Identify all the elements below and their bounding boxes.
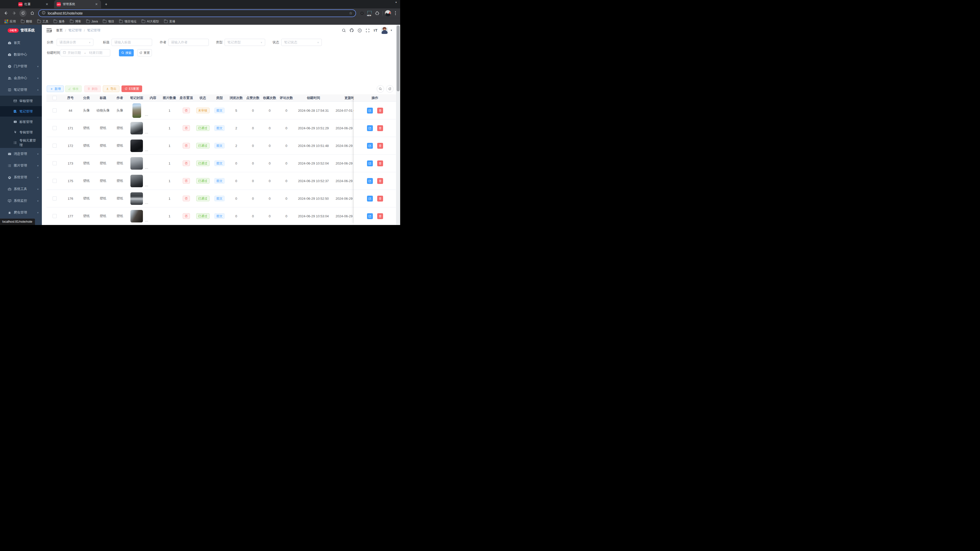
bookmark-item[interactable]: 项目 [101,19,116,24]
row-checkbox[interactable] [52,161,57,165]
bookmark-item[interactable]: 服务 [52,19,67,24]
sidebar-subitem[interactable]: 标签管理 [0,117,42,127]
note-cover-image[interactable] [130,122,143,135]
sidebar-subitem[interactable]: 审核管理 [0,96,42,106]
bookmark-item[interactable]: Java [84,19,100,24]
reload-icon[interactable] [19,10,27,17]
sidebar-item[interactable]: 系统监控∨ [0,195,42,206]
new-tab-button[interactable]: + [103,2,109,7]
window-chevron-icon[interactable]: ▾ [394,0,398,4]
row-checkbox[interactable] [52,197,57,200]
note-cover-image[interactable] [130,140,143,152]
sidebar-item[interactable]: 门户管理∨ [0,60,42,72]
row-delete-button[interactable] [377,196,383,202]
back-icon[interactable] [3,10,9,16]
title-input[interactable]: 请输入标题 [111,39,152,46]
bookmark-star-icon[interactable]: ☆ [349,11,352,16]
browser-menu-icon[interactable] [393,10,398,16]
delete-button[interactable]: 删除 [84,86,101,92]
new-extension-icon[interactable]: NEW [366,10,373,17]
bookmark-item[interactable]: 直播 [162,19,177,24]
search-icon[interactable] [342,28,346,33]
row-delete-button[interactable] [377,108,383,114]
row-edit-button[interactable] [367,143,373,149]
note-cover-image[interactable] [132,103,141,118]
sidebar-item[interactable]: 数据中心 [0,49,42,60]
sidebar-subitem[interactable]: 专辑管理 [0,127,42,138]
sidebar-item[interactable]: 笔记管理∧ [0,84,42,96]
bookmark-item[interactable]: 项目地址 [117,19,138,24]
note-cover-image[interactable] [130,157,143,170]
github-icon[interactable] [349,28,354,33]
bookmark-item[interactable]: 翻墙 [19,19,34,24]
bookmark-item[interactable]: AI大模型 [140,19,161,24]
sidebar-item[interactable]: 首页 [0,37,42,49]
browser-profile-avatar[interactable] [385,10,391,16]
sidebar-item[interactable]: 会员中心∨ [0,72,42,84]
row-edit-button[interactable] [367,160,373,166]
row-edit-button[interactable] [367,125,373,131]
tab-close-icon[interactable]: ✕ [94,2,99,6]
user-caret-icon[interactable]: ▼ [390,29,393,32]
refresh-table-icon[interactable] [386,85,393,93]
category-select[interactable]: 请选择分类 ∨ [57,39,94,46]
user-avatar[interactable] [381,27,388,34]
bookmark-item[interactable]: 应用 [3,19,18,24]
address-bar[interactable]: localhost:81/note/note ☆ [38,10,356,17]
note-cover-image[interactable] [130,210,143,222]
row-delete-button[interactable] [377,160,383,166]
sidebar-item[interactable]: 系统工具∨ [0,183,42,195]
font-size-icon[interactable]: ᴛT [373,28,378,33]
tab-close-icon[interactable]: ✕ [45,2,49,6]
site-info-icon[interactable] [42,11,45,16]
date-range-input[interactable]: 开始日期 - 结束日期 [60,49,110,56]
reset-button[interactable]: 重置 [137,49,152,56]
scrollbar-thumb[interactable] [396,25,400,91]
sidebar-item[interactable]: 图片管理∨ [0,160,42,171]
sidebar-collapse-icon[interactable] [46,29,52,32]
row-checkbox[interactable] [52,108,57,113]
sidebar-item[interactable]: 爬虫管理∨ [0,206,42,218]
home-icon[interactable] [29,10,35,16]
sidebar-item[interactable]: 消息管理∨ [0,148,42,160]
page-scrollbar[interactable] [396,25,400,225]
search-button[interactable]: 搜索 [119,49,134,56]
row-edit-button[interactable] [367,108,373,114]
fullscreen-icon[interactable] [365,28,370,33]
help-icon[interactable]: ? [357,28,362,33]
power-extension-icon[interactable] [359,10,365,17]
app-logo[interactable]: 小红书 管理系统 [0,25,42,36]
author-input[interactable]: 请输入作者 [168,39,209,46]
row-checkbox[interactable] [52,214,57,218]
row-checkbox[interactable] [52,179,57,183]
sidebar-subitem-active[interactable]: 笔记管理 [0,106,42,117]
select-all-checkbox[interactable] [52,96,57,100]
note-cover-image[interactable] [130,192,143,205]
status-select[interactable]: 笔记状态 ∨ [281,39,322,46]
sidebar-item[interactable]: 系统管理∨ [0,171,42,183]
toggle-search-icon[interactable] [377,85,384,93]
bookmark-item[interactable]: 工具 [35,19,51,24]
row-edit-button[interactable] [367,196,373,202]
es-reset-button[interactable]: ES重置 [121,86,142,92]
forward-icon[interactable] [11,10,18,16]
type-select[interactable]: 笔记类型 ∨ [224,39,265,46]
row-delete-button[interactable] [377,178,383,184]
breadcrumb-home[interactable]: 首页 [56,28,63,33]
browser-tab-2-active[interactable]: 小红书 管理系统 ✕ [54,0,101,8]
row-edit-button[interactable] [367,178,373,184]
extensions-puzzle-icon[interactable] [374,10,380,17]
row-delete-button[interactable] [377,125,383,131]
add-button[interactable]: ＋新增 [47,86,64,92]
note-cover-image[interactable] [130,175,143,187]
bookmark-item[interactable]: 博客 [68,19,83,24]
row-edit-button[interactable] [367,213,373,219]
row-checkbox[interactable] [52,126,57,130]
sidebar-subitem[interactable]: 专辑元素管理 [0,138,42,148]
row-delete-button[interactable] [377,143,383,149]
export-button[interactable]: 导出 [103,86,119,92]
edit-button[interactable]: 修改 [65,86,82,92]
row-delete-button[interactable] [377,213,383,219]
browser-tab-1[interactable]: 小红书 红薯 ✕ [16,0,52,8]
row-checkbox[interactable] [52,144,57,148]
